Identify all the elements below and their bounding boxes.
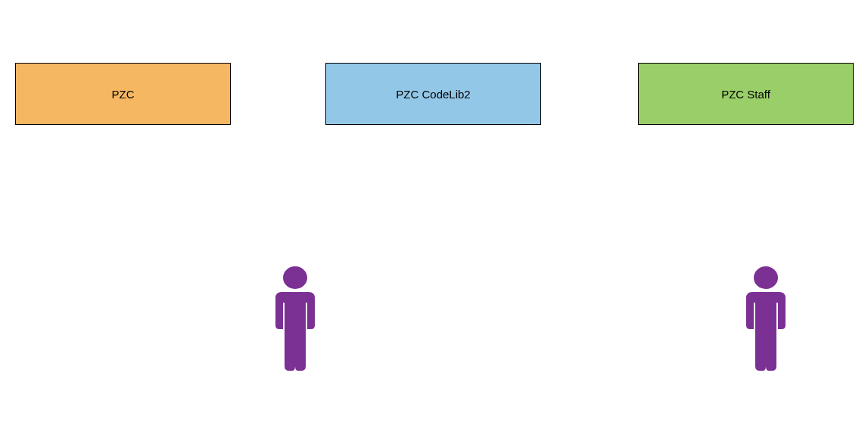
svg-point-0: [283, 266, 307, 289]
box-staff-label: PZC Staff: [721, 88, 770, 101]
box-codelib: PZC CodeLib2: [325, 63, 541, 125]
box-pzc: PZC: [15, 63, 231, 125]
box-staff: PZC Staff: [638, 63, 854, 125]
box-pzc-label: PZC: [112, 88, 135, 101]
box-codelib-label: PZC CodeLib2: [396, 88, 470, 101]
person-icon: [736, 265, 796, 371]
person-icon: [265, 265, 325, 371]
svg-point-1: [754, 266, 778, 289]
